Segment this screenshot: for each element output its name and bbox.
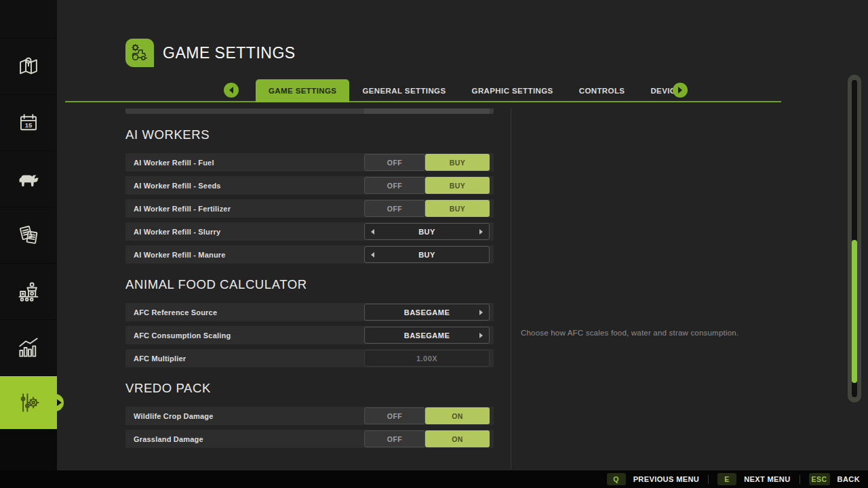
setting-control: OFFBUY bbox=[364, 153, 490, 171]
sidebar-item-settings[interactable] bbox=[0, 376, 57, 429]
game-settings-icon bbox=[125, 39, 154, 67]
selector-left-arrow-icon[interactable] bbox=[371, 252, 374, 258]
sidebar-item-calendar[interactable]: 15 bbox=[0, 95, 57, 150]
toggle-option-off[interactable]: OFF bbox=[364, 407, 425, 424]
section-title: ANIMAL FOOD CALCULATOR bbox=[125, 274, 494, 295]
scrollbar-track[interactable] bbox=[848, 75, 861, 403]
setting-label: AI Worker Refill - Slurry bbox=[125, 228, 220, 236]
footer-separator bbox=[708, 475, 709, 484]
tab-graphic-settings[interactable]: GRAPHIC SETTINGS bbox=[459, 79, 566, 102]
sidebar-item-animals[interactable] bbox=[0, 151, 57, 207]
panel-divider bbox=[511, 108, 511, 470]
shortcut-next-menu[interactable]: ENEXT MENU bbox=[717, 473, 790, 485]
sidebar-item-statistics[interactable] bbox=[0, 320, 57, 375]
setting-label: AFC Reference Source bbox=[125, 308, 217, 317]
animals-icon bbox=[16, 166, 41, 192]
selector-value: 1.00X bbox=[416, 354, 437, 363]
scrollbar-thumb[interactable] bbox=[852, 240, 857, 383]
toggle-option-off[interactable]: OFF bbox=[364, 154, 425, 171]
footer-bar: QPREVIOUS MENUENEXT MENUESCBACK bbox=[0, 470, 868, 488]
selector-value: BUY bbox=[418, 228, 435, 236]
section-rows: Wildlife Crop DamageOFFONGrassland Damag… bbox=[125, 407, 494, 448]
setting-label: AI Worker Refill - Seeds bbox=[125, 182, 221, 190]
setting-row[interactable]: AI Worker Refill - FertilizerOFFBUY bbox=[125, 199, 494, 218]
setting-row[interactable]: AI Worker Refill - FuelOFFBUY bbox=[125, 153, 494, 171]
setting-row[interactable]: AI Worker Refill - SlurryBUY bbox=[125, 222, 494, 241]
right-arrow-icon bbox=[678, 87, 682, 94]
tab-game-settings[interactable]: GAME SETTINGS bbox=[256, 79, 349, 102]
setting-control: BASEGAME bbox=[364, 303, 490, 321]
toggle-option-on[interactable]: ON bbox=[425, 430, 490, 447]
selector-left-arrow-icon[interactable] bbox=[371, 229, 374, 235]
setting-control: 1.00X bbox=[364, 349, 490, 367]
scrollbar-slot bbox=[852, 80, 857, 397]
tab-bar: GAME SETTINGSGENERAL SETTINGSGRAPHIC SET… bbox=[256, 79, 700, 102]
selector-value: BASEGAME bbox=[404, 331, 450, 340]
setting-control: BUY bbox=[364, 222, 490, 241]
key-badge: Q bbox=[607, 473, 626, 485]
footer-separator bbox=[800, 475, 800, 484]
toggle-option-off[interactable]: OFF bbox=[364, 177, 425, 194]
scrolled-row-fragment bbox=[125, 108, 494, 114]
section-title: AI WORKERS bbox=[125, 125, 494, 145]
sidebar-item-production[interactable] bbox=[0, 264, 57, 319]
sidebar-item-blank bbox=[0, 0, 57, 38]
tabs-previous-button[interactable] bbox=[224, 83, 239, 98]
toggle-control: OFFBUY bbox=[364, 154, 490, 171]
option-selector[interactable]: BUY bbox=[364, 223, 490, 240]
setting-row[interactable]: AFC Multiplier1.00X bbox=[125, 349, 494, 367]
map-icon bbox=[16, 54, 41, 79]
toggle-option-buy[interactable]: BUY bbox=[425, 177, 490, 194]
selector-right-arrow-icon[interactable] bbox=[479, 229, 483, 235]
sidebar-item-contracts[interactable] bbox=[0, 207, 57, 263]
page-title: GAME SETTINGS bbox=[163, 39, 296, 67]
setting-label: AFC Multiplier bbox=[125, 354, 186, 363]
tab-controls[interactable]: CONTROLS bbox=[566, 79, 638, 102]
setting-description: Choose how AFC scales food, water and st… bbox=[521, 329, 812, 337]
toggle-option-buy[interactable]: BUY bbox=[425, 154, 490, 171]
toggle-option-on[interactable]: ON bbox=[425, 407, 490, 424]
setting-row[interactable]: AI Worker Refill - ManureBUY bbox=[125, 245, 494, 264]
setting-label: AI Worker Refill - Manure bbox=[125, 251, 226, 259]
option-selector[interactable]: BASEGAME bbox=[364, 327, 490, 344]
setting-row[interactable]: AFC Reference SourceBASEGAME bbox=[125, 303, 494, 321]
toggle-option-buy[interactable]: BUY bbox=[425, 200, 490, 217]
shortcut-label: NEXT MENU bbox=[744, 475, 790, 483]
selector-value: BASEGAME bbox=[404, 308, 450, 317]
game-settings-screen: 15 GAME SETTINGS GAME SETTINGSGENERAL SE… bbox=[0, 0, 868, 488]
tabs-next-button[interactable] bbox=[673, 83, 688, 98]
sidebar: 15 bbox=[0, 0, 57, 470]
sidebar-item-map[interactable] bbox=[0, 39, 57, 94]
key-badge: E bbox=[717, 473, 736, 485]
shortcut-back[interactable]: ESCBACK bbox=[809, 473, 860, 485]
setting-row[interactable]: AFC Consumption ScalingBASEGAME bbox=[125, 326, 494, 344]
option-selector[interactable]: BASEGAME bbox=[364, 304, 490, 321]
setting-control: OFFBUY bbox=[364, 199, 490, 218]
setting-row[interactable]: Grassland DamageOFFON bbox=[125, 430, 494, 448]
contracts-icon bbox=[16, 222, 41, 248]
settings-list: AI WORKERSAI Worker Refill - FuelOFFBUYA… bbox=[125, 108, 494, 453]
setting-row[interactable]: Wildlife Crop DamageOFFON bbox=[125, 407, 494, 425]
setting-row[interactable]: AI Worker Refill - SeedsOFFBUY bbox=[125, 176, 494, 195]
left-arrow-icon bbox=[229, 87, 233, 94]
active-notch-arrow-icon bbox=[57, 399, 62, 406]
toggle-control: OFFBUY bbox=[364, 177, 490, 194]
toggle-control: OFFBUY bbox=[364, 200, 490, 217]
key-badge: ESC bbox=[809, 473, 830, 485]
setting-control: BUY bbox=[364, 245, 490, 264]
setting-label: AI Worker Refill - Fertilizer bbox=[125, 205, 231, 213]
shortcut-previous-menu[interactable]: QPREVIOUS MENU bbox=[607, 473, 700, 485]
gear-tractor-icon bbox=[128, 41, 151, 64]
toggle-option-off[interactable]: OFF bbox=[364, 200, 425, 217]
section-rows: AI Worker Refill - FuelOFFBUYAI Worker R… bbox=[125, 153, 494, 264]
section-title: VREDO PACK bbox=[125, 378, 494, 399]
tab-devices[interactable]: DEVICES bbox=[637, 79, 699, 102]
tab-general-settings[interactable]: GENERAL SETTINGS bbox=[349, 79, 458, 102]
selector-right-arrow-icon[interactable] bbox=[479, 310, 483, 315]
toggle-option-off[interactable]: OFF bbox=[364, 430, 425, 447]
production-icon bbox=[16, 279, 41, 304]
setting-label: AI Worker Refill - Fuel bbox=[125, 159, 214, 167]
selector-right-arrow-icon[interactable] bbox=[479, 333, 483, 338]
option-selector[interactable]: BUY bbox=[364, 246, 490, 263]
setting-control: OFFON bbox=[364, 430, 490, 448]
